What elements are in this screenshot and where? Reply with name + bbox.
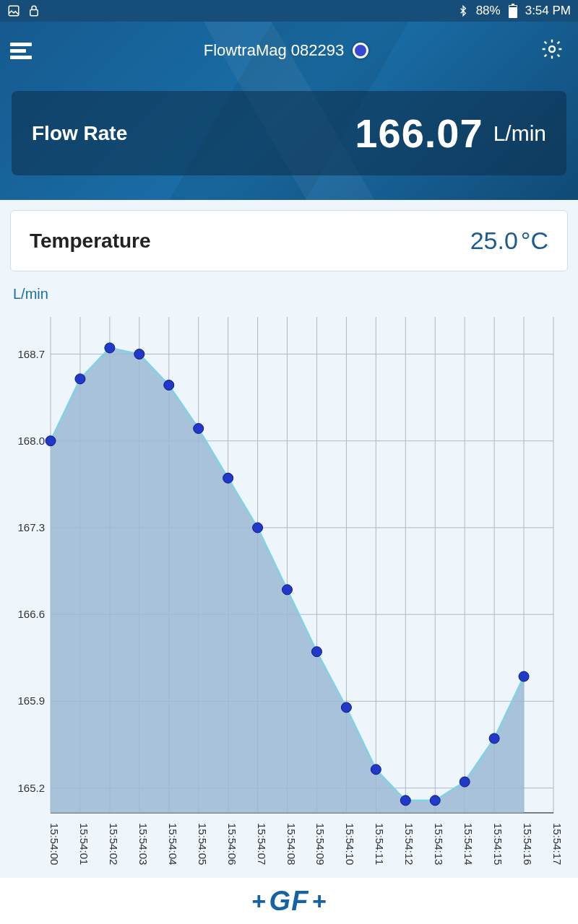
svg-text:15:54:13: 15:54:13 — [433, 823, 445, 865]
device-title-text: FlowtraMag 082293 — [204, 41, 344, 60]
svg-rect-4 — [509, 6, 517, 7]
gf-logo-text: GF — [269, 886, 309, 917]
svg-point-40 — [311, 647, 322, 657]
svg-point-43 — [400, 796, 410, 806]
svg-text:15:54:08: 15:54:08 — [285, 823, 298, 865]
svg-point-39 — [282, 585, 293, 595]
plus-icon: + — [251, 887, 267, 915]
svg-point-45 — [460, 777, 470, 787]
battery-pct: 88% — [476, 4, 501, 18]
svg-point-44 — [430, 796, 440, 806]
svg-point-42 — [371, 764, 381, 775]
svg-text:167.3: 167.3 — [17, 521, 45, 533]
svg-text:165.2: 165.2 — [17, 782, 45, 794]
header-area: FlowtraMag 082293 Flow Rate 166.07 L/min — [0, 22, 578, 200]
svg-text:15:54:17: 15:54:17 — [551, 823, 564, 865]
svg-text:15:54:12: 15:54:12 — [403, 823, 415, 865]
android-status-bar: 88% 3:54 PM — [0, 0, 578, 22]
svg-point-34 — [134, 349, 144, 359]
svg-point-31 — [46, 436, 56, 446]
connection-status-icon — [353, 43, 368, 58]
svg-text:15:54:06: 15:54:06 — [226, 823, 238, 865]
svg-text:15:54:11: 15:54:11 — [374, 823, 386, 865]
plus-icon: + — [311, 887, 327, 915]
svg-text:15:54:14: 15:54:14 — [462, 823, 475, 865]
svg-point-35 — [164, 380, 174, 390]
svg-text:166.6: 166.6 — [17, 608, 45, 620]
svg-text:15:54:02: 15:54:02 — [108, 823, 120, 865]
svg-text:165.9: 165.9 — [17, 694, 45, 707]
chart-container: L/min 165.2165.9166.6167.3168.0168.715:5… — [0, 282, 578, 878]
svg-point-37 — [223, 473, 233, 483]
svg-rect-0 — [9, 6, 19, 16]
svg-point-47 — [519, 671, 529, 681]
device-title: FlowtraMag 082293 — [204, 41, 368, 60]
flow-rate-label: Flow Rate — [32, 122, 127, 145]
flow-rate-value: 166.07 — [355, 110, 483, 157]
temperature-card[interactable]: Temperature 25.0 °C — [10, 210, 568, 271]
bluetooth-icon — [457, 4, 469, 18]
image-icon — [7, 4, 20, 17]
svg-text:15:54:05: 15:54:05 — [197, 823, 209, 865]
temperature-label: Temperature — [30, 230, 151, 253]
svg-text:15:54:00: 15:54:00 — [48, 823, 61, 865]
temperature-unit: °C — [521, 227, 548, 255]
svg-text:15:54:03: 15:54:03 — [137, 823, 150, 865]
svg-text:15:54:04: 15:54:04 — [167, 823, 179, 865]
svg-text:15:54:01: 15:54:01 — [78, 823, 90, 865]
lock-icon — [27, 4, 40, 17]
svg-text:168.7: 168.7 — [17, 348, 45, 360]
svg-text:168.0: 168.0 — [17, 435, 45, 447]
svg-text:15:54:15: 15:54:15 — [492, 823, 504, 865]
svg-point-38 — [253, 523, 263, 533]
footer: + GF + — [0, 878, 578, 924]
svg-text:15:54:07: 15:54:07 — [256, 823, 268, 865]
flow-rate-card[interactable]: Flow Rate 166.07 L/min — [12, 91, 566, 175]
svg-point-41 — [341, 702, 351, 712]
svg-text:15:54:16: 15:54:16 — [522, 823, 534, 865]
temperature-value: 25.0 — [470, 227, 518, 255]
svg-text:15:54:10: 15:54:10 — [344, 823, 356, 865]
flow-rate-unit: L/min — [493, 121, 546, 146]
settings-button[interactable] — [540, 38, 564, 64]
svg-point-33 — [105, 343, 115, 353]
flow-rate-chart[interactable]: 165.2165.9166.6167.3168.0168.715:54:0015… — [10, 310, 568, 878]
svg-point-32 — [75, 374, 85, 384]
svg-rect-3 — [512, 4, 514, 5]
menu-button[interactable] — [10, 40, 32, 62]
svg-point-36 — [194, 424, 204, 434]
svg-point-5 — [549, 46, 555, 52]
chart-y-axis-title: L/min — [10, 282, 568, 310]
clock-time: 3:54 PM — [525, 4, 571, 18]
gf-logo: + GF + — [251, 886, 327, 917]
svg-rect-1 — [30, 10, 38, 16]
svg-text:15:54:09: 15:54:09 — [314, 823, 327, 865]
svg-point-46 — [489, 733, 499, 744]
battery-icon — [508, 4, 518, 18]
